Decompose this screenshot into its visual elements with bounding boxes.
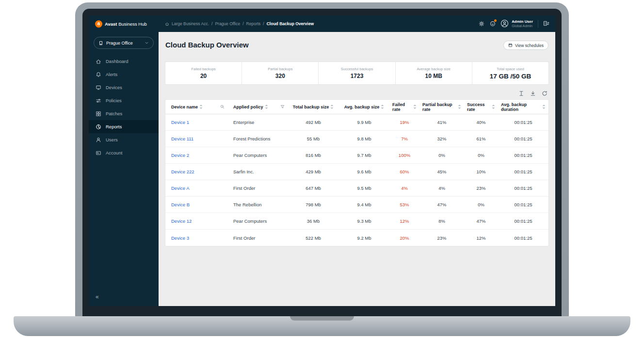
cell-total-backup-size: 36 Mb [288, 218, 339, 224]
cell-applied-policy: Pear Computers [227, 153, 288, 158]
topbar-divider [538, 20, 538, 28]
account-card-icon [96, 150, 101, 156]
sort-icon[interactable] [458, 105, 461, 109]
col-header-applied-policy[interactable]: Applied policy [227, 105, 288, 109]
feedback-icon[interactable] [489, 20, 496, 27]
cell-applied-policy: First Order [227, 185, 288, 191]
cell-avg-backup-size: 9.6 Mb [339, 169, 389, 174]
view-schedules-label: View schedules [515, 43, 544, 48]
sidebar-item-devices[interactable]: Devices [89, 81, 159, 94]
site-selector-label: Prague Office [106, 41, 142, 46]
settings-gear-icon[interactable] [478, 20, 484, 27]
cell-applied-policy: First Order [227, 235, 288, 241]
table-row: Device B The Rebellion 798 Mb 9.4 Mb 53%… [165, 197, 548, 213]
cell-partial-backup-rate: 45% [419, 169, 464, 174]
breadcrumb-item-current: Cloud Backup Overview [263, 21, 314, 26]
device-link[interactable]: Device A [171, 185, 190, 191]
bell-icon [96, 72, 101, 77]
col-header-total-backup-size[interactable]: Total backup size [288, 105, 339, 109]
cell-total-backup-size: 647 Mb [288, 185, 339, 191]
stat-label: Total space used [497, 67, 524, 71]
download-icon[interactable] [530, 91, 536, 96]
sort-icon[interactable] [542, 105, 546, 109]
col-header-avg-backup-duration[interactable]: Avg. backup duration [498, 102, 548, 112]
sort-icon[interactable] [330, 105, 334, 109]
cell-avg-backup-size: 9.7 Mb [339, 153, 389, 158]
cell-avg-backup-duration: 00:01:25 [498, 120, 548, 125]
sort-icon[interactable] [381, 105, 384, 109]
row-height-icon[interactable] [518, 91, 524, 96]
cell-partial-backup-rate: 41% [419, 120, 464, 125]
cell-avg-backup-duration: 00:01:25 [498, 136, 548, 141]
stat-label: Partial backups [268, 67, 292, 71]
cell-failed-rate: 100% [389, 153, 419, 158]
cell-avg-backup-duration: 00:01:25 [498, 169, 548, 174]
sidebar-item-label: Alerts [106, 72, 117, 77]
topbar: a Avast Business Hub Large Business Acc.… [89, 15, 555, 32]
table-row: Device 12 Pear Computers 36 Mb 9.3 Mb 12… [165, 213, 548, 230]
sidebar-item-dashboard[interactable]: Dashboard [89, 55, 159, 68]
site-selector[interactable]: Prague Office [94, 37, 154, 49]
cell-avg-backup-size: 9.9 Mb [339, 120, 389, 125]
org-switcher-icon[interactable] [543, 20, 549, 27]
cell-partial-backup-rate: 32% [419, 136, 464, 141]
cell-avg-backup-duration: 00:01:25 [498, 202, 548, 207]
col-label: Success rate [467, 102, 490, 112]
breadcrumb-item[interactable]: Reports [242, 21, 260, 26]
cell-total-backup-size: 798 Mb [288, 202, 339, 207]
col-header-partial-backup-rate[interactable]: Partial backup rate [419, 102, 464, 112]
laptop-lid: a Avast Business Hub Large Business Acc.… [75, 2, 569, 317]
sidebar-collapse-button[interactable]: « [89, 290, 159, 306]
cell-failed-rate: 12% [389, 218, 419, 224]
sort-icon[interactable] [413, 105, 417, 109]
sidebar-item-label: Policies [106, 98, 122, 103]
sidebar-item-label: Reports [106, 124, 122, 129]
device-link[interactable]: Device 1 [171, 120, 189, 125]
col-header-avg-backup-size[interactable]: Avg. backup size [339, 105, 389, 109]
home-icon [96, 59, 101, 64]
device-link[interactable]: Device 2 [171, 153, 189, 158]
laptop-mockup: a Avast Business Hub Large Business Acc.… [0, 0, 644, 338]
view-schedules-button[interactable]: View schedules [503, 41, 548, 50]
table-row: Device 111 Forest Predictions 55 Mb 9.8 … [165, 131, 548, 147]
sidebar-item-patches[interactable]: Patches [89, 107, 159, 120]
sort-icon[interactable] [492, 105, 495, 109]
page-title: Cloud Backup Overview [165, 41, 249, 49]
col-header-failed-rate[interactable]: Failed rate [389, 102, 419, 112]
sidebar-item-reports[interactable]: Reports [89, 120, 159, 133]
main-header: Cloud Backup Overview View schedules [165, 41, 548, 50]
stat-label: Successful backups [341, 67, 373, 71]
sidebar-item-policies[interactable]: Policies [89, 94, 159, 107]
breadcrumb-item[interactable]: Large Business Acc. [172, 21, 209, 26]
device-link[interactable]: Device 111 [171, 136, 193, 141]
cell-total-backup-size: 522 Mb [288, 235, 339, 241]
breadcrumb-item[interactable]: Prague Office [211, 21, 240, 26]
cell-success-rate: 0% [464, 202, 498, 207]
device-link[interactable]: Device 3 [171, 235, 189, 241]
table-row: Device A First Order 647 Mb 9.5 Mb 4% 4%… [165, 180, 548, 197]
col-header-device-name[interactable]: Device name [165, 105, 227, 109]
device-link[interactable]: Device B [171, 202, 190, 207]
sidebar-item-alerts[interactable]: Alerts [89, 68, 159, 81]
sidebar-item-users[interactable]: Users [89, 133, 159, 146]
sort-icon[interactable] [265, 105, 268, 109]
device-link[interactable]: Device 12 [171, 218, 192, 224]
cell-applied-policy: Enterprise [227, 120, 288, 125]
stat-partial-backups: Partial backups 320 [242, 62, 318, 84]
device-link[interactable]: Device 222 [171, 169, 194, 174]
home-icon[interactable] [165, 22, 169, 26]
refresh-icon[interactable] [542, 91, 547, 96]
sort-icon[interactable] [199, 105, 203, 109]
stat-label: Average backup size [417, 67, 451, 71]
col-label: Avg. backup duration [501, 102, 541, 112]
col-header-success-rate[interactable]: Success rate [464, 102, 498, 112]
sidebar-item-account[interactable]: Account [89, 146, 159, 159]
brand-logo[interactable]: a Avast Business Hub [89, 20, 159, 28]
cell-avg-backup-size: 9.3 Mb [339, 218, 389, 224]
user-menu[interactable]: Admin User Global Admin [500, 19, 533, 29]
filter-icon[interactable] [280, 105, 285, 109]
sidebar-item-label: Dashboard [106, 59, 128, 64]
person-icon [96, 137, 101, 143]
table-toolbar [165, 91, 547, 96]
search-icon[interactable] [220, 105, 225, 109]
